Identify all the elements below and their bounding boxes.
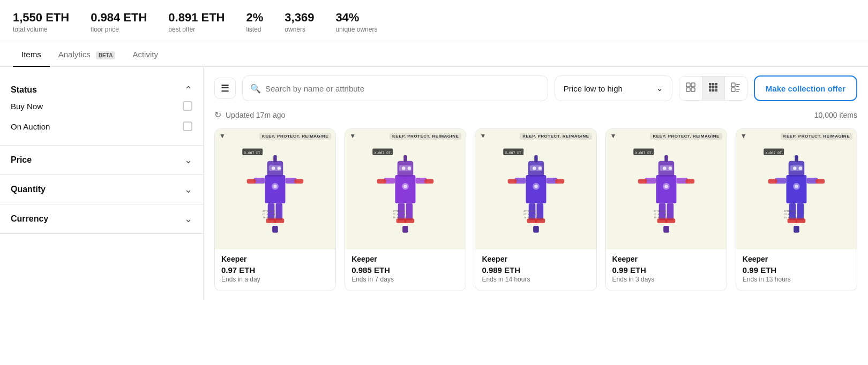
svg-rect-37: [272, 226, 278, 233]
item-card[interactable]: ▼ KEEP. PROTECT. REIMAGINE X-007 DT.6: [605, 128, 727, 291]
filter-icon-button[interactable]: ☰: [214, 78, 236, 99]
tab-analytics[interactable]: Analytics BETA: [50, 42, 124, 66]
stat-label: listed: [246, 26, 264, 33]
svg-point-91: [668, 166, 671, 170]
list-view-icon: [731, 82, 740, 95]
card-label: KEEP. PROTECT. REIMAGINE: [390, 133, 461, 140]
item-name: Keeper: [743, 255, 850, 263]
refresh-button[interactable]: ↻ Updated 17m ago: [214, 110, 285, 120]
svg-rect-115: [768, 179, 777, 184]
refresh-icon: ↻: [214, 110, 221, 120]
sidebar-section-price: Price ⌄: [0, 146, 203, 175]
svg-text:DT.6 - w# 07: DT.6 - w# 07: [393, 213, 410, 216]
svg-rect-8: [712, 86, 715, 88]
tab-activity[interactable]: Activity: [124, 42, 167, 66]
sidebar: Status ⌃ Buy Now On Auction Price ⌄ Quan…: [0, 67, 204, 300]
item-card[interactable]: ▼ KEEP. PROTECT. REIMAGINE X-007 DT.6: [214, 128, 336, 291]
svg-text:ATTRIBUTE: ATTRIBUTE: [393, 210, 406, 212]
svg-rect-102: [664, 155, 668, 162]
item-card[interactable]: ▼ KEEP. PROTECT. REIMAGINE X-007 DT.6: [736, 128, 857, 291]
price-section-title: Price: [11, 155, 32, 165]
svg-rect-15: [736, 86, 739, 87]
view-toggle-small-grid[interactable]: [702, 77, 724, 100]
svg-rect-10: [709, 89, 712, 92]
item-ends: Ends in 3 days: [612, 276, 720, 283]
price-section-header[interactable]: Price ⌄: [11, 154, 192, 166]
large-grid-icon: [686, 82, 695, 95]
small-grid-icon: [708, 82, 718, 95]
stat-item: 34%unique owners: [335, 11, 377, 33]
top-stats: 1,550 ETHtotal volume0.984 ETHfloor pric…: [0, 0, 868, 42]
item-info: Keeper 0.99 ETH Ends in 3 days: [606, 249, 727, 291]
svg-rect-71: [507, 179, 517, 184]
currency-section-header[interactable]: Currency ⌄: [11, 213, 192, 225]
item-name: Keeper: [612, 255, 720, 263]
svg-point-69: [538, 166, 541, 170]
item-ends: Ends in 7 days: [351, 276, 459, 283]
svg-rect-81: [533, 226, 539, 233]
card-label: KEEP. PROTECT. REIMAGINE: [259, 133, 331, 140]
buy-now-checkbox[interactable]: [183, 101, 192, 111]
item-ends: Ends in a day: [221, 276, 329, 283]
tab-items[interactable]: Items: [13, 42, 50, 66]
card-label: KEEP. PROTECT. REIMAGINE: [650, 133, 722, 140]
view-toggles: [679, 76, 747, 101]
svg-rect-95: [685, 179, 694, 184]
svg-rect-58: [404, 155, 407, 162]
item-image: ▼ KEEP. PROTECT. REIMAGINE X-007 DT.6: [215, 129, 335, 249]
svg-rect-99: [665, 218, 675, 223]
search-input[interactable]: [265, 84, 540, 93]
svg-rect-117: [815, 179, 825, 184]
svg-text:10 MODEL # 5 #: 10 MODEL # 5 #: [523, 216, 543, 219]
stat-item: 3,369owners: [285, 11, 314, 33]
stat-label: unique owners: [335, 26, 377, 33]
svg-rect-55: [405, 218, 415, 223]
sort-dropdown[interactable]: Price low to high ⌄: [555, 75, 672, 101]
item-card[interactable]: ▼ KEEP. PROTECT. REIMAGINE X-007 DT.6: [475, 128, 596, 291]
svg-rect-29: [294, 179, 303, 184]
view-toggle-large-grid[interactable]: [679, 77, 702, 100]
item-price: 0.97 ETH: [221, 265, 329, 275]
svg-rect-12: [715, 89, 718, 92]
svg-text:ATTRIBUTE: ATTRIBUTE: [654, 210, 666, 212]
search-icon: 🔍: [250, 83, 261, 94]
svg-rect-59: [403, 226, 409, 233]
item-price: 0.99 ETH: [743, 265, 850, 275]
svg-text:DT.6 - w# 07: DT.6 - w# 07: [784, 213, 800, 216]
svg-text:ATTRIBUTE: ATTRIBUTE: [523, 210, 536, 212]
sort-label: Price low to high: [564, 84, 623, 93]
collection-offer-button[interactable]: Make collection offer: [754, 75, 857, 101]
svg-rect-16: [731, 88, 735, 92]
item-image: ▼ KEEP. PROTECT. REIMAGINE X-007 DT.6: [475, 129, 596, 249]
view-toggle-list[interactable]: [724, 77, 747, 100]
item-card[interactable]: ▼ KEEP. PROTECT. REIMAGINE X-007 DT.6: [345, 128, 466, 291]
card-label: KEEP. PROTECT. REIMAGINE: [781, 133, 852, 140]
card-dropdown-icon: ▼: [610, 132, 617, 140]
svg-rect-103: [663, 226, 669, 233]
svg-text:X-007 DT.6: X-007 DT.6: [244, 151, 265, 155]
item-price: 0.989 ETH: [482, 265, 589, 275]
sort-chevron-down-icon: ⌄: [656, 83, 663, 93]
status-chevron-up-icon: ⌃: [184, 84, 192, 96]
stat-label: owners: [285, 26, 314, 33]
status-section-header[interactable]: Status ⌃: [11, 84, 192, 96]
item-image: ▼ KEEP. PROTECT. REIMAGINE X-007 DT.6: [345, 129, 466, 249]
status-section-title: Status: [11, 85, 37, 95]
search-box: 🔍: [242, 75, 548, 101]
currency-chevron-down-icon: ⌄: [184, 213, 192, 225]
svg-point-113: [799, 166, 802, 170]
quantity-section-header[interactable]: Quantity ⌄: [11, 184, 192, 195]
svg-text:X-007 DT.6: X-007 DT.6: [635, 151, 655, 155]
card-dropdown-icon: ▼: [349, 132, 356, 140]
svg-text:10 MODEL # 5 #: 10 MODEL # 5 #: [654, 216, 673, 219]
stat-value: 34%: [335, 11, 377, 25]
on-auction-checkbox[interactable]: [183, 121, 192, 131]
svg-rect-27: [247, 179, 256, 184]
svg-point-35: [273, 185, 276, 188]
svg-rect-18: [736, 91, 739, 92]
svg-rect-9: [715, 86, 718, 88]
currency-section-title: Currency: [11, 214, 48, 224]
svg-point-123: [795, 185, 798, 188]
item-image: ▼ KEEP. PROTECT. REIMAGINE X-007 DT.6: [606, 129, 727, 249]
svg-rect-4: [709, 83, 712, 86]
